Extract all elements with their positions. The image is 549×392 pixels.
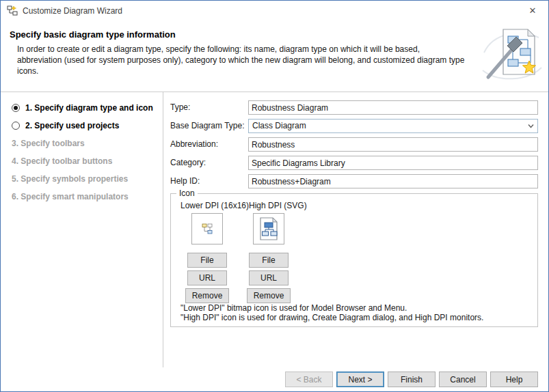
form-row-type: Type: [170,100,538,115]
category-input[interactable] [248,156,538,170]
chevron-down-icon [527,122,535,130]
window-title: Customize Diagram Wizard [23,1,122,21]
high-dpi-svg-icon [256,216,281,241]
abbreviation-input[interactable] [248,137,538,152]
wizard-header: Specify basic diagram type information I… [1,21,548,92]
page-title: Specify basic diagram type information [10,29,176,40]
diagram-wizard-illustration-icon [480,25,543,85]
help-id-input[interactable] [248,174,538,188]
radio-unselected-icon [12,122,20,130]
close-icon[interactable]: ✕ [521,1,544,21]
step-item-diagram-type-and-icon[interactable]: 1. Specify diagram type and icon [1,99,163,117]
wizard-steps-sidebar: 1. Specify diagram type and icon 2. Spec… [1,92,163,368]
form-row-abbreviation: Abbreviation: [170,137,538,152]
step-label: 2. Specify used projects [25,121,119,130]
icon-group-box: Icon Lower DPI (16x16) High DPI (SVG) [170,193,538,327]
lower-dpi-note: "Lower DPI" bitmap icon is used for Mode… [180,303,483,313]
category-label: Category: [170,156,206,170]
step-item-used-projects[interactable]: 2. Specify used projects [1,117,163,135]
lower-dpi-icon-preview [191,213,223,244]
step-item-toolbars: 3. Specify toolbars [1,135,163,152]
step-item-symbols-properties: 5. Specify symbols properties [1,170,163,188]
step-label: 1. Specify diagram type and icon [25,103,153,113]
high-dpi-url-button[interactable]: URL [249,270,289,285]
lower-dpi-file-button[interactable]: File [187,253,227,268]
next-button[interactable]: Next > [336,372,384,387]
cancel-button[interactable]: Cancel [439,372,487,387]
title-bar: Customize Diagram Wizard ✕ [1,1,548,21]
high-dpi-remove-button[interactable]: Remove [247,288,291,303]
step-label: 5. Specify symbols properties [12,174,128,184]
step-label: 4. Specify toolbar buttons [12,156,112,166]
radio-selected-icon [12,104,20,112]
type-input[interactable] [248,100,538,115]
page-description: In order to create or edit a diagram typ… [17,44,465,76]
wizard-main-panel: Type: Base Diagram Type: Class Diagram A… [163,92,549,368]
step-label: 3. Specify toolbars [12,139,85,148]
high-dpi-icon-preview [253,213,284,244]
lower-dpi-remove-button[interactable]: Remove [185,288,229,303]
lower-dpi-bitmap-icon [202,223,213,234]
base-diagram-type-value: Class Diagram [252,120,306,132]
base-diagram-type-label: Base Diagram Type: [170,119,245,133]
high-dpi-note: "High DPI" icon is used for drawing, Cre… [180,313,483,322]
base-diagram-type-select[interactable]: Class Diagram [248,119,538,133]
wizard-app-icon [7,5,18,16]
lower-dpi-url-button[interactable]: URL [187,270,227,285]
icon-group-title: Icon [176,188,198,198]
type-label: Type: [170,100,190,115]
high-dpi-column-label: High DPI (SVG) [249,201,307,210]
back-button: < Back [285,372,333,387]
form-row-help-id: Help ID: [170,174,538,189]
lower-dpi-column-label: Lower DPI (16x16) [180,201,249,210]
help-button[interactable]: Help [490,372,538,387]
form-row-category: Category: [170,156,538,171]
abbreviation-label: Abbreviation: [170,137,218,152]
high-dpi-file-button[interactable]: File [249,253,289,268]
form-row-base-diagram-type: Base Diagram Type: Class Diagram [170,119,538,134]
help-id-label: Help ID: [170,174,200,188]
icon-usage-notes: "Lower DPI" bitmap icon is used for Mode… [180,303,483,322]
customize-diagram-wizard-dialog: Customize Diagram Wizard ✕ Specify basic… [0,0,549,392]
step-item-toolbar-buttons: 4. Specify toolbar buttons [1,152,163,170]
wizard-footer: < Back Next > Finish Cancel Help [1,367,548,391]
step-label: 6. Specify smart manipulators [12,192,129,201]
step-item-smart-manipulators: 6. Specify smart manipulators [1,188,163,206]
finish-button[interactable]: Finish [388,372,436,387]
